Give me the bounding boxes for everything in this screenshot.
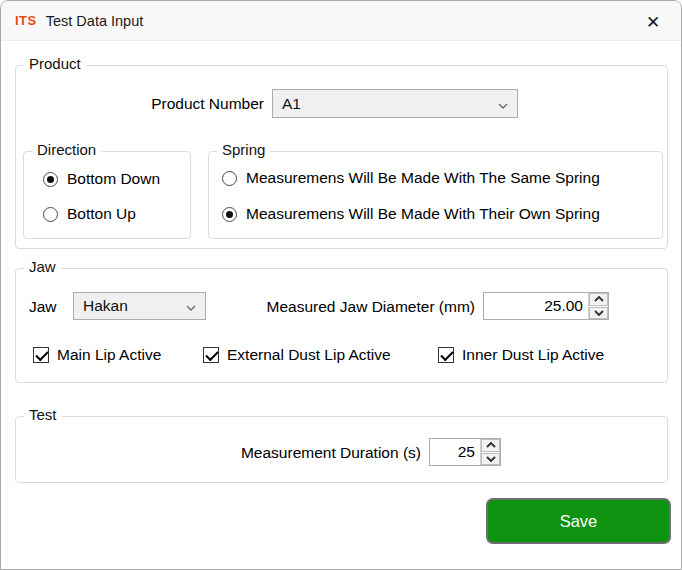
jaw-diameter-spinner[interactable]: 25.00 bbox=[483, 292, 609, 320]
title-bar: ITS Test Data Input bbox=[1, 1, 681, 41]
chevron-down-icon bbox=[186, 297, 196, 315]
duration-label: Measurement Duration (s) bbox=[187, 444, 421, 462]
radio-option-botton-up[interactable]: Botton Up bbox=[43, 204, 136, 224]
checkbox-icon[interactable] bbox=[203, 347, 219, 363]
radio-label: Measuremens Will Be Made With Their Own … bbox=[246, 205, 600, 223]
checkbox-main-lip[interactable]: Main Lip Active bbox=[33, 346, 161, 364]
jaw-dropdown-value: Hakan bbox=[83, 297, 186, 315]
jaw-group-label: Jaw bbox=[24, 258, 61, 275]
checkbox-inner-dust-lip[interactable]: Inner Dust Lip Active bbox=[438, 346, 604, 364]
checkbox-label: Main Lip Active bbox=[57, 346, 161, 364]
test-group-label: Test bbox=[24, 406, 62, 423]
checkbox-icon[interactable] bbox=[438, 347, 454, 363]
duration-value[interactable]: 25 bbox=[430, 439, 480, 465]
checkbox-icon[interactable] bbox=[33, 347, 49, 363]
radio-label: Botton Up bbox=[67, 205, 136, 223]
radio-label: Bottom Down bbox=[67, 170, 160, 188]
spinner-down-icon[interactable] bbox=[589, 307, 608, 320]
product-group-label: Product bbox=[24, 55, 86, 72]
window-title: Test Data Input bbox=[46, 13, 144, 29]
save-button[interactable]: Save bbox=[486, 498, 671, 544]
spring-group-label: Spring bbox=[217, 141, 270, 158]
radio-button-icon[interactable] bbox=[43, 172, 58, 187]
spinner-buttons bbox=[588, 293, 608, 319]
radio-option-bottom-down[interactable]: Bottom Down bbox=[43, 169, 160, 189]
close-icon[interactable]: ✕ bbox=[639, 8, 667, 36]
its-app-icon: ITS bbox=[15, 13, 37, 28]
duration-spinner[interactable]: 25 bbox=[429, 438, 501, 466]
direction-groupbox: Direction bbox=[23, 151, 191, 239]
jaw-select-label: Jaw bbox=[29, 298, 57, 316]
spinner-down-icon[interactable] bbox=[481, 453, 500, 466]
jaw-dropdown[interactable]: Hakan bbox=[73, 292, 206, 320]
radio-button-icon[interactable] bbox=[222, 207, 237, 222]
spinner-buttons bbox=[480, 439, 500, 465]
spinner-up-icon[interactable] bbox=[481, 439, 500, 452]
product-number-dropdown[interactable]: A1 bbox=[272, 89, 518, 118]
spinner-up-icon[interactable] bbox=[589, 293, 608, 306]
product-number-label: Product Number bbox=[101, 95, 264, 113]
checkbox-external-dust-lip[interactable]: External Dust Lip Active bbox=[203, 346, 391, 364]
product-number-value: A1 bbox=[282, 95, 498, 113]
radio-label: Measuremens Will Be Made With The Same S… bbox=[246, 169, 600, 187]
spring-groupbox: Spring bbox=[208, 151, 663, 239]
jaw-diameter-value[interactable]: 25.00 bbox=[484, 293, 588, 319]
direction-group-label: Direction bbox=[32, 141, 101, 158]
radio-option-same-spring[interactable]: Measuremens Will Be Made With The Same S… bbox=[222, 168, 600, 188]
jaw-diameter-label: Measured Jaw Diameter (mm) bbox=[241, 298, 475, 316]
jaw-groupbox: Jaw bbox=[15, 268, 668, 383]
checkbox-label: External Dust Lip Active bbox=[227, 346, 391, 364]
radio-option-own-spring[interactable]: Measuremens Will Be Made With Their Own … bbox=[222, 204, 600, 224]
radio-button-icon[interactable] bbox=[43, 207, 58, 222]
dialog-window: ITS Test Data Input ✕ Product Product Nu… bbox=[0, 0, 682, 570]
radio-button-icon[interactable] bbox=[222, 171, 237, 186]
chevron-down-icon bbox=[498, 95, 508, 113]
checkbox-label: Inner Dust Lip Active bbox=[462, 346, 604, 364]
